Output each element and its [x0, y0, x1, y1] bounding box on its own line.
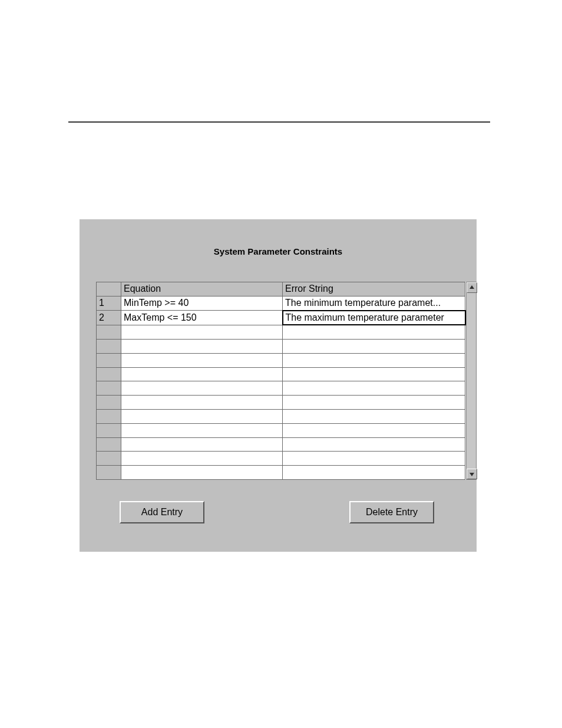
row-number[interactable]: [97, 466, 121, 480]
row-number[interactable]: [97, 423, 121, 437]
cell-equation[interactable]: [121, 325, 283, 339]
cell-equation[interactable]: [121, 353, 283, 367]
constraints-panel: System Parameter Constraints Equation Er…: [80, 219, 477, 552]
cell-equation[interactable]: [121, 437, 283, 452]
cell-equation[interactable]: MinTemp >= 40: [121, 296, 283, 310]
row-number[interactable]: [97, 396, 121, 410]
table-row[interactable]: [97, 381, 465, 396]
table-row[interactable]: [97, 452, 465, 466]
row-number[interactable]: 1: [97, 296, 121, 310]
row-number[interactable]: [97, 437, 121, 452]
cell-equation[interactable]: [121, 410, 283, 424]
row-number[interactable]: [97, 410, 121, 424]
cell-error-string[interactable]: [283, 353, 465, 367]
vertical-scrollbar[interactable]: [466, 282, 477, 480]
cell-error-string[interactable]: [283, 396, 465, 410]
row-number[interactable]: [97, 353, 121, 367]
table-header-row: Equation Error String: [97, 282, 465, 297]
table-row[interactable]: [97, 437, 465, 452]
top-divider: [68, 121, 490, 123]
cell-error-string[interactable]: The minimum temperature paramet...: [283, 296, 465, 310]
cell-error-string[interactable]: [283, 410, 465, 424]
cell-error-string[interactable]: [283, 340, 465, 354]
header-equation[interactable]: Equation: [121, 282, 283, 297]
cell-equation[interactable]: [121, 367, 283, 381]
scroll-up-button[interactable]: [467, 282, 477, 293]
table-row[interactable]: [97, 340, 465, 354]
row-number[interactable]: [97, 452, 121, 466]
row-number[interactable]: [97, 325, 121, 339]
header-error-string[interactable]: Error String: [283, 282, 465, 297]
cell-error-string[interactable]: The maximum temperature parameter: [283, 311, 465, 325]
table-row[interactable]: [97, 410, 465, 424]
header-blank: [97, 282, 121, 297]
cell-equation[interactable]: [121, 381, 283, 396]
table-row[interactable]: [97, 367, 465, 381]
add-entry-button[interactable]: Add Entry: [120, 501, 204, 523]
cell-equation[interactable]: MaxTemp <= 150: [121, 311, 283, 325]
cell-error-string[interactable]: [283, 325, 465, 339]
panel-title: System Parameter Constraints: [80, 246, 477, 256]
row-number[interactable]: [97, 340, 121, 354]
table-row[interactable]: [97, 325, 465, 339]
cell-error-string[interactable]: [283, 423, 465, 437]
cell-equation[interactable]: [121, 452, 283, 466]
row-number[interactable]: [97, 381, 121, 396]
cell-equation[interactable]: [121, 423, 283, 437]
cell-error-string[interactable]: [283, 466, 465, 480]
cell-error-string[interactable]: [283, 437, 465, 452]
scroll-down-button[interactable]: [467, 469, 477, 479]
constraints-tbody: Equation Error String 1MinTemp >= 40The …: [97, 282, 465, 480]
table-row[interactable]: [97, 353, 465, 367]
cell-error-string[interactable]: [283, 367, 465, 381]
cell-error-string[interactable]: [283, 381, 465, 396]
constraints-grid-wrap: Equation Error String 1MinTemp >= 40The …: [96, 282, 475, 480]
table-row[interactable]: 2MaxTemp <= 150The maximum temperature p…: [97, 311, 465, 325]
constraints-table[interactable]: Equation Error String 1MinTemp >= 40The …: [96, 282, 466, 480]
table-row[interactable]: 1MinTemp >= 40The minimum temperature pa…: [97, 296, 465, 310]
row-number[interactable]: 2: [97, 311, 121, 325]
cell-equation[interactable]: [121, 466, 283, 480]
delete-entry-button[interactable]: Delete Entry: [349, 501, 434, 523]
table-row[interactable]: [97, 396, 465, 410]
row-number[interactable]: [97, 367, 121, 381]
cell-equation[interactable]: [121, 340, 283, 354]
cell-equation[interactable]: [121, 396, 283, 410]
cell-error-string[interactable]: [283, 452, 465, 466]
table-row[interactable]: [97, 423, 465, 437]
table-row[interactable]: [97, 466, 465, 480]
